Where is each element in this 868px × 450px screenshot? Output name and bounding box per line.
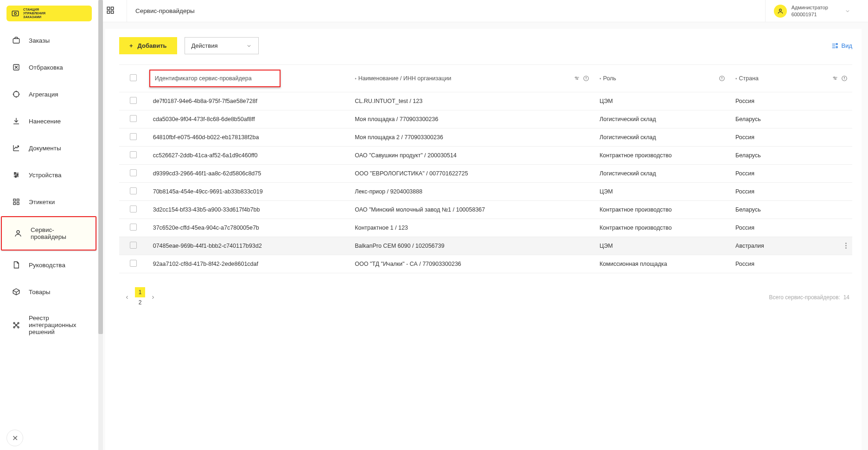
cell-name: ООО "ЕВРОЛОГИСТИКА" / 007701622725: [349, 165, 594, 183]
svg-rect-2: [13, 39, 19, 43]
table-row[interactable]: de7f0187-94e6-4b8a-975f-7f5ae58e728fCL.R…: [119, 92, 852, 110]
svg-point-29: [18, 327, 19, 328]
sidebar-item-3[interactable]: Нанесение: [0, 108, 98, 135]
svg-rect-20: [13, 199, 16, 201]
column-header-name[interactable]: Наименование / ИНН организации: [349, 65, 594, 92]
info-icon[interactable]: [583, 75, 589, 82]
sidebar-close-button[interactable]: ✕: [6, 430, 23, 446]
select-all-checkbox[interactable]: [130, 74, 137, 81]
row-checkbox[interactable]: [130, 151, 137, 158]
cell-country: Беларусь: [730, 110, 852, 129]
reject-icon: [12, 63, 20, 71]
filter-icon[interactable]: [574, 75, 580, 82]
logo-icon: [11, 9, 19, 18]
cell-id: cc526627-2ddb-41ca-af52-6a1d9c460ff0: [147, 147, 350, 165]
sidebar-item-1[interactable]: Отбраковка: [0, 54, 98, 81]
sidebar-scrollbar[interactable]: [98, 0, 103, 450]
svg-rect-23: [17, 203, 19, 205]
row-checkbox[interactable]: [130, 97, 137, 104]
pager-prev[interactable]: [122, 292, 132, 302]
table-row[interactable]: 3d2cc154-bf33-43b5-a900-33d617f4b7bbОАО …: [119, 201, 852, 219]
column-header-id[interactable]: Идентификатор сервис-провайдера: [147, 65, 350, 92]
pager-page-1[interactable]: 1: [135, 287, 145, 297]
table-row[interactable]: 70b8145a-454e-49cc-9691-ab33b833c019Лекс…: [119, 183, 852, 201]
row-checkbox[interactable]: [130, 242, 137, 249]
actions-dropdown[interactable]: Действия: [185, 37, 259, 54]
scrollbar-thumb[interactable]: [98, 0, 103, 334]
svg-point-57: [834, 77, 835, 78]
cell-id: 92aa7102-cf8d-417b-8f42-2ede8601cdaf: [147, 255, 350, 273]
sliders-icon: [12, 171, 20, 179]
network-icon: [12, 321, 20, 329]
svg-rect-38: [111, 11, 114, 13]
sidebar-item-6[interactable]: Этикетки: [0, 188, 98, 215]
sidebar-item-7[interactable]: Сервис-провайдеры: [2, 217, 96, 250]
row-checkbox[interactable]: [130, 260, 137, 267]
apps-grid-icon[interactable]: [106, 6, 116, 16]
svg-rect-37: [107, 11, 109, 13]
sidebar-item-label: Сервис-провайдеры: [31, 226, 83, 240]
table-row[interactable]: d9399cd3-2966-46f1-aa8c-62d5806c8d75ООО …: [119, 165, 852, 183]
table-row[interactable]: 37c6520e-cffd-45ea-904c-a7c780005e7bКонт…: [119, 219, 852, 237]
sidebar-item-5[interactable]: Устройства: [0, 161, 98, 188]
add-button[interactable]: + Добавить: [119, 37, 177, 54]
cell-role: Логистический склад: [594, 129, 730, 147]
row-checkbox[interactable]: [130, 115, 137, 122]
app-logo[interactable]: СТАНЦИЯ УПРАВЛЕНИЯ ЗАКАЗАМИ: [6, 6, 92, 21]
table-row[interactable]: 92aa7102-cf8d-417b-8f42-2ede8601cdafООО …: [119, 255, 852, 273]
sidebar-item-10[interactable]: Реестр интеграционных решений: [0, 305, 98, 345]
column-header-role[interactable]: Роль: [594, 65, 730, 92]
row-menu-icon[interactable]: [845, 243, 847, 249]
sidebar-item-8[interactable]: Руководства: [0, 251, 98, 278]
row-checkbox[interactable]: [130, 224, 137, 231]
sidebar-item-0[interactable]: Заказы: [0, 27, 98, 54]
cell-id: d9399cd3-2966-46f1-aa8c-62d5806c8d75: [147, 165, 350, 183]
cell-name: Моя площадка / 770903300236: [349, 110, 594, 129]
svg-point-27: [18, 322, 19, 324]
pager-next[interactable]: [148, 292, 158, 302]
row-checkbox[interactable]: [130, 169, 137, 176]
add-button-label: Добавить: [138, 42, 167, 49]
cell-country: Россия: [730, 255, 852, 273]
row-checkbox[interactable]: [130, 187, 137, 194]
cell-country: Россия: [730, 129, 852, 147]
info-icon[interactable]: [841, 75, 848, 82]
sidebar-item-4[interactable]: Документы: [0, 135, 98, 161]
svg-point-26: [13, 322, 15, 324]
page-title: Сервис-провайдеры: [135, 7, 195, 14]
user-menu[interactable]: Администратор 600001971: [765, 0, 860, 22]
sidebar-item-label: Товары: [29, 289, 50, 296]
cell-name: ОАО "Минский молочный завод №1 / 1000583…: [349, 201, 594, 219]
table-row[interactable]: 07485eae-969b-44f1-bbb2-c740117b93d2Balk…: [119, 237, 852, 255]
filter-icon[interactable]: [832, 75, 838, 82]
chevron-down-icon: [845, 8, 850, 14]
sidebar-item-label: Руководства: [29, 262, 65, 269]
cell-role: Логистический склад: [594, 110, 730, 129]
table-row[interactable]: cda5030e-9f04-473f-8c68-6de8b50af8ffМоя …: [119, 110, 852, 129]
pager-page-2[interactable]: 2: [135, 297, 145, 308]
user-icon: [14, 229, 22, 238]
pagination: 12: [122, 287, 158, 308]
cell-role: Логистический склад: [594, 165, 730, 183]
table-row[interactable]: 64810fbf-e075-460d-b022-eb178138f2baМоя …: [119, 129, 852, 147]
sidebar-item-label: Документы: [29, 145, 61, 152]
cell-name: Лекс-приор / 9204003888: [349, 183, 594, 201]
view-label: Вид: [841, 42, 852, 49]
cell-country: Россия: [730, 92, 852, 110]
row-checkbox[interactable]: [130, 133, 137, 140]
sidebar-item-2[interactable]: Агрегация: [0, 81, 98, 108]
column-header-country[interactable]: Страна: [730, 65, 852, 92]
table-row[interactable]: cc526627-2ddb-41ca-af52-6a1d9c460ff0ОАО …: [119, 147, 852, 165]
info-icon[interactable]: [719, 75, 725, 82]
cell-country: Россия: [730, 219, 852, 237]
svg-point-1: [14, 13, 17, 15]
cell-country: Россия: [730, 183, 852, 201]
apps-icon: [12, 198, 20, 206]
column-id-highlight: Идентификатор сервис-провайдера: [149, 70, 281, 87]
svg-point-51: [586, 77, 586, 77]
sidebar-item-9[interactable]: Товары: [0, 278, 98, 305]
cell-role: ЦЭМ: [594, 92, 730, 110]
cell-role: Контрактное производство: [594, 219, 730, 237]
view-toggle[interactable]: Вид: [831, 42, 852, 50]
row-checkbox[interactable]: [130, 206, 137, 212]
